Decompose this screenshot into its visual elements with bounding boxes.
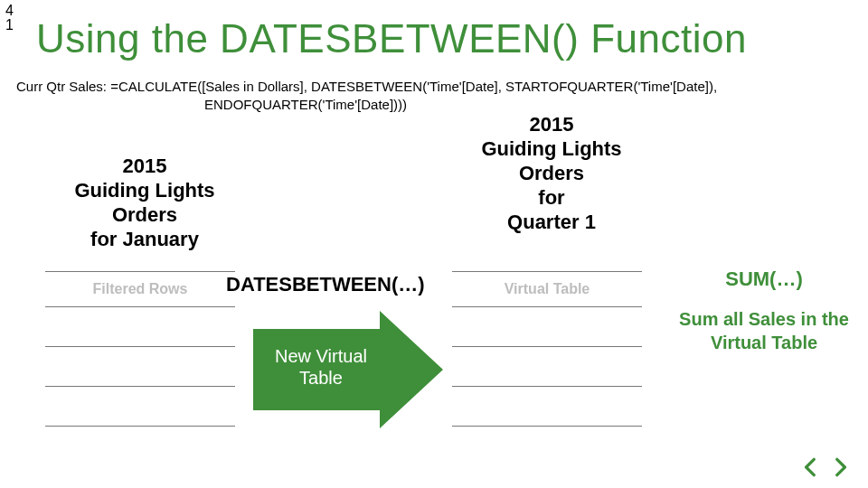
caption-right-text: 2015 Guiding Lights Orders for Quarter 1: [481, 113, 621, 233]
caption-left-text: 2015 Guiding Lights Orders for January: [74, 155, 214, 250]
sum-block: SUM(…) Sum all Sales in the Virtual Tabl…: [669, 267, 859, 354]
table-left: Filtered Rows: [45, 271, 235, 427]
table-row: [452, 347, 642, 387]
table-right-header: Virtual Table: [505, 281, 590, 297]
caption-right: 2015 Guiding Lights Orders for Quarter 1: [452, 112, 651, 234]
table-right-header-row: Virtual Table: [452, 271, 642, 307]
slide-title: Using the DATESBETWEEN() Function: [36, 16, 747, 61]
page-number: 4 1: [5, 4, 14, 33]
formula-text: Curr Qtr Sales: =CALCULATE([Sales in Dol…: [16, 78, 852, 114]
formula-line1: Curr Qtr Sales: =CALCULATE([Sales in Dol…: [16, 79, 717, 94]
nav-arrows: [799, 455, 852, 479]
table-row: [45, 307, 235, 347]
formula-line2: ENDOFQUARTER('Time'[Date]))): [16, 96, 852, 114]
next-icon[interactable]: [828, 455, 852, 479]
page-number-top: 4: [5, 4, 14, 18]
table-right: Virtual Table: [452, 271, 642, 427]
sum-text: Sum all Sales in the Virtual Table: [669, 307, 859, 354]
slide: 4 1 Using the DATESBETWEEN() Function Cu…: [0, 0, 868, 488]
table-left-header-row: Filtered Rows: [45, 271, 235, 307]
page-number-bottom: 1: [5, 18, 14, 33]
caption-left: 2015 Guiding Lights Orders for January: [54, 154, 235, 251]
table-row: [452, 307, 642, 347]
sum-title: SUM(…): [669, 267, 859, 291]
table-row: [45, 387, 235, 427]
table-row: [45, 347, 235, 387]
function-label: DATESBETWEEN(…): [226, 273, 425, 296]
arrow-label: New Virtual Table: [262, 345, 380, 389]
table-row: [452, 387, 642, 427]
prev-icon[interactable]: [799, 455, 823, 479]
table-left-header: Filtered Rows: [93, 281, 188, 297]
